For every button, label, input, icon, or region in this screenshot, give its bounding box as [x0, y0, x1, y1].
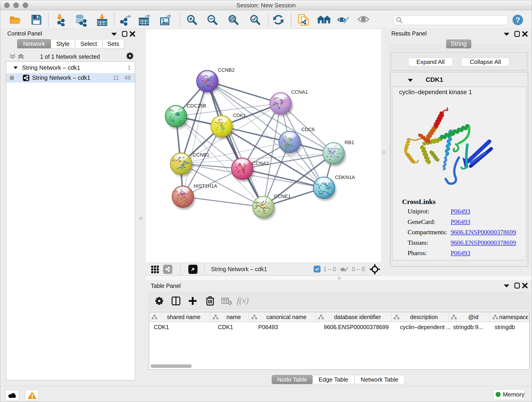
svg-text:CCNA1: CCNA1: [291, 89, 308, 95]
svg-text:CCNB2: CCNB2: [218, 67, 234, 73]
svg-text:CDKN1A: CDKN1A: [335, 175, 355, 180]
svg-text:CCNB1: CCNB1: [193, 152, 209, 158]
svg-text:HIST1H1A: HIST1H1A: [194, 183, 217, 189]
svg-text:CCNA2: CCNA2: [252, 161, 269, 166]
svg-text:CDK1: CDK1: [233, 113, 246, 118]
svg-text:CDC25B: CDC25B: [187, 103, 206, 109]
svg-text:CDC6: CDC6: [301, 127, 315, 132]
svg-text:?: ?: [515, 16, 520, 24]
svg-text:RB1: RB1: [345, 140, 354, 145]
svg-text:CCNE1: CCNE1: [274, 194, 291, 199]
